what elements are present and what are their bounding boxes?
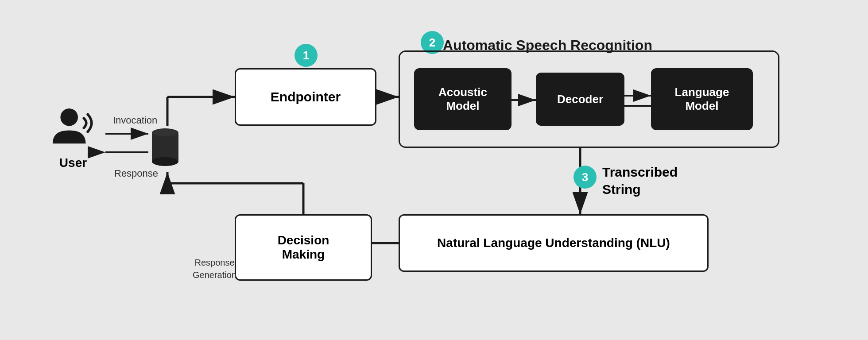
- response-gen-label: Response Generation: [193, 256, 236, 281]
- language-model-box: Language Model: [651, 68, 753, 130]
- user-icon: [49, 104, 97, 152]
- nlu-box: Natural Language Understanding (NLU): [399, 214, 709, 272]
- svg-point-15: [60, 108, 78, 126]
- user-label: User: [59, 156, 87, 170]
- user-section: User: [49, 104, 97, 170]
- decoder-box: Decoder: [536, 73, 624, 126]
- badge-3: 3: [574, 166, 597, 189]
- decision-making-box: Decision Making: [235, 214, 372, 281]
- endpointer-box: Endpointer: [235, 68, 376, 126]
- badge-1: 1: [294, 44, 318, 67]
- svg-point-19: [153, 129, 178, 136]
- diagram: User Invocation Response 1 Endpointer 2 …: [35, 15, 833, 325]
- svg-point-18: [152, 157, 178, 166]
- acoustic-model-box: Acoustic Model: [414, 68, 512, 130]
- invocation-label: Invocation: [113, 115, 157, 126]
- device-icon: [149, 127, 182, 170]
- transcribed-label: Transcribed String: [602, 163, 678, 198]
